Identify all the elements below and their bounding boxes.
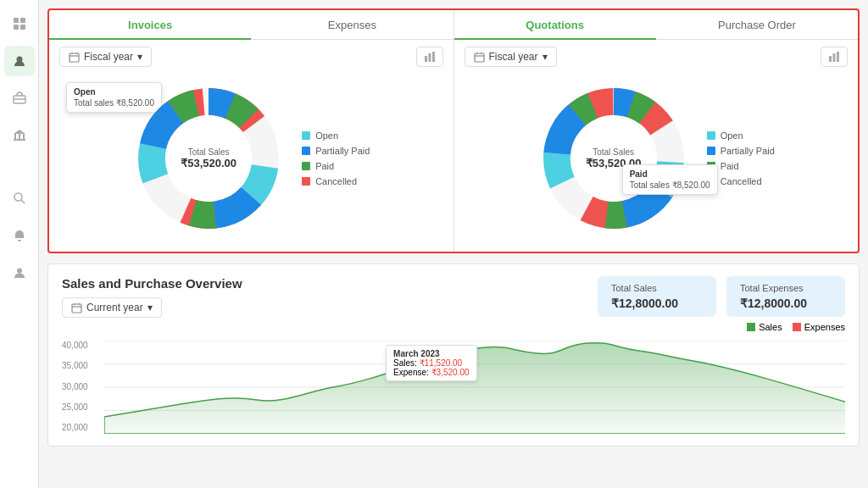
expenses-legend: Expenses <box>793 322 845 332</box>
total-sales-title: Total Sales <box>611 283 703 293</box>
expenses-legend-label: Expenses <box>804 322 845 332</box>
calendar-icon-q <box>474 52 485 63</box>
sales-color <box>747 323 755 331</box>
sidebar-item-bell[interactable] <box>4 220 35 251</box>
quotations-fiscal-year-filter[interactable]: Fiscal year ▾ <box>465 47 557 67</box>
q-cancelled-dot <box>707 177 715 186</box>
legend-label-cancelled: Cancelled <box>315 176 357 186</box>
bottom-title: Sales and Purchase Overview <box>62 276 242 291</box>
search-icon <box>13 191 26 205</box>
y-label-3: 25,000 <box>62 402 104 412</box>
bottom-right: Total Sales ₹12,8000.00 Total Expenses ₹… <box>598 276 845 332</box>
invoices-donut: Total Sales ₹53,520.00 <box>132 82 285 235</box>
invoices-panel: Invoices Expenses Fiscal year ▾ <box>49 10 454 252</box>
bell-icon <box>13 229 26 242</box>
legend-label-partially-paid: Partially Paid <box>315 146 370 156</box>
sidebar-item-search[interactable] <box>4 183 35 214</box>
bottom-section: Sales and Purchase Overview Current year… <box>47 263 860 446</box>
svg-rect-20 <box>428 53 431 62</box>
sidebar-item-user[interactable] <box>4 258 35 288</box>
svg-point-12 <box>14 193 22 201</box>
chevron-down-icon: ▾ <box>137 51 142 63</box>
svg-rect-8 <box>14 134 16 139</box>
invoices-tabs: Invoices Expenses <box>49 10 453 40</box>
svg-rect-1 <box>20 18 25 23</box>
svg-rect-3 <box>20 25 25 30</box>
legend-item-open: Open <box>302 130 370 141</box>
calendar-icon <box>69 52 80 63</box>
q-legend-label-open: Open <box>721 130 743 141</box>
q-open-dot <box>707 131 715 140</box>
q-legend-label-cancelled: Cancelled <box>721 176 762 186</box>
svg-rect-15 <box>70 53 79 62</box>
q-legend-item-partially-paid: Partially Paid <box>707 146 775 156</box>
y-label-0: 40,000 <box>62 341 104 350</box>
sidebar-item-contacts[interactable] <box>4 46 35 76</box>
invoices-center-label: Total Sales ₹53,520.00 <box>181 147 236 169</box>
quotations-chart-area: Total Sales ₹53,520.00 Paid Total sales … <box>454 74 859 252</box>
current-year-label: Current year <box>86 302 143 313</box>
tab-purchase-order[interactable]: Purchase Order <box>656 10 858 40</box>
contacts-icon <box>13 54 26 68</box>
briefcase-icon <box>13 92 26 105</box>
main-content: Invoices Expenses Fiscal year ▾ <box>39 0 868 488</box>
sidebar-item-grid[interactable] <box>4 8 35 39</box>
chart-legend-row: Sales Expenses <box>598 322 845 332</box>
invoices-chart-area: Open Total sales ₹8,520.00 <box>49 74 453 252</box>
chart-tooltip-callout: March 2023 Sales: ₹11,520.00 Expense: ₹3… <box>386 345 476 381</box>
quotations-panel: Quotations Purchase Order Fiscal year ▾ <box>454 10 859 252</box>
q-legend-item-open: Open <box>707 130 775 141</box>
quotations-center-value: ₹53,520.00 <box>586 157 642 169</box>
bar-chart-icon-q <box>828 51 840 63</box>
svg-rect-28 <box>475 53 484 62</box>
current-year-filter[interactable]: Current year ▾ <box>62 297 162 318</box>
svg-rect-2 <box>14 25 19 30</box>
legend-item-cancelled: Cancelled <box>302 176 370 186</box>
quotations-chart-toggle[interactable] <box>821 47 848 67</box>
y-axis-labels: 40,000 35,000 30,000 25,000 20,000 <box>62 341 104 434</box>
q-partially-paid-dot <box>707 147 715 155</box>
invoices-filter-label: Fiscal year <box>84 51 133 63</box>
bottom-header: Sales and Purchase Overview Current year… <box>62 276 845 332</box>
svg-rect-19 <box>425 56 427 62</box>
invoices-fiscal-year-filter[interactable]: Fiscal year ▾ <box>59 47 152 67</box>
tc-sales-row: Sales: ₹11,520.00 <box>393 358 469 368</box>
user-icon <box>13 266 26 280</box>
svg-rect-32 <box>829 56 832 62</box>
paid-dot <box>302 162 310 170</box>
total-expenses-value: ₹12,8000.00 <box>740 297 832 310</box>
y-label-2: 30,000 <box>62 382 104 391</box>
bottom-left: Sales and Purchase Overview Current year… <box>62 276 242 318</box>
tab-expenses[interactable]: Expenses <box>251 10 453 40</box>
svg-rect-34 <box>837 52 839 62</box>
q-paid-dot <box>707 162 715 170</box>
quotations-donut: Total Sales ₹53,520.00 <box>537 82 690 235</box>
svg-point-14 <box>17 269 22 274</box>
sidebar-item-briefcase[interactable] <box>4 83 35 114</box>
invoices-toolbar: Fiscal year ▾ <box>49 40 453 74</box>
invoices-chart-toggle[interactable] <box>416 47 443 67</box>
cancelled-dot <box>302 177 310 186</box>
svg-rect-33 <box>833 53 836 62</box>
grid-icon <box>13 17 26 30</box>
tc-sales-label: Sales: <box>393 358 417 368</box>
tc-expense-value: ₹3,520.00 <box>431 368 470 377</box>
invoices-legend: Open Partially Paid Paid Cancelled <box>302 130 370 186</box>
tab-quotations[interactable]: Quotations <box>454 10 656 40</box>
sales-legend: Sales <box>747 322 782 332</box>
invoices-center-title: Total Sales <box>181 147 236 157</box>
svg-rect-11 <box>14 139 25 141</box>
q-legend-item-cancelled: Cancelled <box>707 176 775 186</box>
quotations-tabs: Quotations Purchase Order <box>454 10 859 40</box>
tc-expense-label: Expense: <box>393 368 429 377</box>
total-sales-card: Total Sales ₹12,8000.00 <box>598 276 716 317</box>
top-charts-section: Invoices Expenses Fiscal year ▾ <box>47 8 860 253</box>
tc-sales-value: ₹11,520.00 <box>420 358 463 368</box>
quotations-toolbar: Fiscal year ▾ <box>454 40 859 74</box>
stats-cards: Total Sales ₹12,8000.00 Total Expenses ₹… <box>598 276 845 317</box>
sales-legend-label: Sales <box>759 322 782 332</box>
tab-invoices[interactable]: Invoices <box>49 10 251 40</box>
svg-rect-21 <box>432 52 435 62</box>
calendar-icon-b <box>71 302 82 313</box>
sidebar-item-bank[interactable] <box>4 120 35 151</box>
